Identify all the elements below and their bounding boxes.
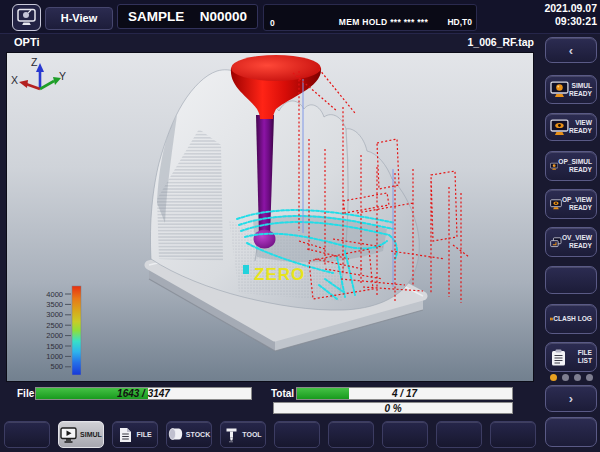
date: 2021.09.07 [544,2,597,15]
program-name: SAMPLE [128,9,184,24]
toolbar-button-simul[interactable]: SIMUL [58,421,104,448]
stock-cylinder-icon [168,427,183,442]
toolbar-button-label: SIMUL [80,431,102,438]
monitor-eye-icon [550,119,569,136]
pager-dot-active [550,374,557,381]
toolbar-button-label: STOCK [186,431,210,438]
monitor-play-icon [60,427,77,443]
sidebar-expand-button[interactable]: › [545,385,597,412]
pager-dot [586,374,593,381]
status-zero: 0 [270,18,275,28]
total-progress-text: 4 / 17 [297,388,512,399]
toolbar-button-empty[interactable] [436,421,482,448]
toolbar-button-label: FILE [136,431,151,438]
legend-value: 2500 [46,321,63,330]
total-progress-bar: 4 / 17 [296,387,513,400]
sidebar-button-file-list[interactable]: FILELIST [545,342,597,372]
3d-scene: ZERO X Z Y [7,53,535,383]
legend-value: 3000 [46,310,63,319]
percent-progress-bar: 0 % [273,402,513,414]
file-progress-bar: 1643 / 3147 [35,387,252,400]
sidebar-button-label: SIMULREADY [569,82,592,98]
pager-dot [562,374,569,381]
sidebar-button-label: CLASH LOG [553,315,592,323]
sidebar-button-ov-view-ready[interactable]: OV_VIEWREADY [545,227,597,257]
sidebar-collapse-button[interactable]: ‹ [545,37,597,63]
monitor-ball-icon [550,158,558,175]
time: 09:30:21 [544,15,597,28]
header-bar: H-View SAMPLE N00000 0 MEM HOLD *** *** … [0,0,600,34]
monitor-eye-icon [550,196,562,213]
simulation-viewport[interactable]: ZERO X Z Y [6,52,534,382]
sidebar-button-label: OV_VIEWREADY [562,234,592,250]
tool-holder-top [231,55,321,81]
file-progress-label: File [17,388,34,399]
sidebar-button-label: OP_VIEWREADY [562,196,592,212]
legend-value: 2000 [46,331,63,340]
loaded-file-name: 1_006_RF.tap [467,36,534,48]
cnc-simulation-screen: H-View SAMPLE N00000 0 MEM HOLD *** *** … [0,0,600,452]
toolbar-button-label: TOOL [242,431,261,438]
sidebar-button-label: OP_SIMULREADY [558,158,592,174]
toolbar-button-tool[interactable]: TOOL [220,421,266,448]
simulation-monitor-icon [16,8,37,27]
toolbar-button-empty[interactable] [274,421,320,448]
toolbar-button-file[interactable]: FILE [112,421,158,448]
axis-z-label: Z [31,56,38,68]
toolbar-button-stock[interactable]: STOCK [166,421,212,448]
percent-progress-text: 0 % [274,403,512,413]
legend-value: 4000 [46,290,63,299]
toolbar-button-empty[interactable] [4,421,50,448]
status-mode: MEM HOLD *** *** *** [339,17,428,27]
machine-status-panel: 0 MEM HOLD *** *** *** HD,T0 [263,4,477,31]
stacked-windows-icon [550,234,562,251]
home-button[interactable] [12,4,41,31]
sidebar-button-view-ready[interactable]: VIEWREADY [545,113,597,141]
toolbar-button-empty[interactable] [490,421,536,448]
pager-dot [574,374,581,381]
document-icon [118,427,133,443]
tool-tip-ball [254,230,276,249]
legend-value: 500 [50,362,63,371]
toolbar-button-empty[interactable] [382,421,428,448]
legend-value: 3500 [46,300,63,309]
axis-triad: X Z Y [11,56,66,89]
sidebar-page-indicator [545,374,597,381]
sidebar-button-simul-ready[interactable]: SIMULREADY [545,75,597,104]
depth-legend: 4000 3500 3000 2500 2000 1500 1000 500 [46,286,81,375]
sidebar-button-op-simul-ready[interactable]: OP_SIMULREADY [545,151,597,181]
status-tool: HD,T0 [447,17,472,27]
zero-marker [243,265,249,274]
legend-value: 1000 [46,352,63,361]
sidebar-button-label: VIEWREADY [569,119,592,135]
mode-label: OPTi [14,36,39,48]
sidebar-button-clash-log[interactable]: CLASH LOG [545,304,597,334]
sidebar-button-op-view-ready[interactable]: OP_VIEWREADY [545,189,597,219]
total-progress-label: Total [271,388,294,399]
sidebar-bottom-empty-button[interactable] [545,417,597,447]
program-display: SAMPLE N00000 [117,4,258,29]
clipboard-icon [550,349,567,366]
datetime: 2021.09.07 09:30:21 [544,2,597,28]
cutting-tool-icon [224,427,239,443]
sidebar-button-label: FILELIST [578,349,592,365]
axis-y-label: Y [59,70,66,82]
program-number: N00000 [200,9,247,24]
legend-value: 1500 [46,342,63,351]
zero-label: ZERO [254,265,305,284]
sidebar-button-empty[interactable] [545,266,597,294]
toolbar-button-empty[interactable] [328,421,374,448]
monitor-ball-icon [550,81,569,98]
h-view-button[interactable]: H-View [45,7,113,30]
file-progress-text: 1643 / 3147 [36,388,251,399]
axis-x-label: X [11,74,18,86]
